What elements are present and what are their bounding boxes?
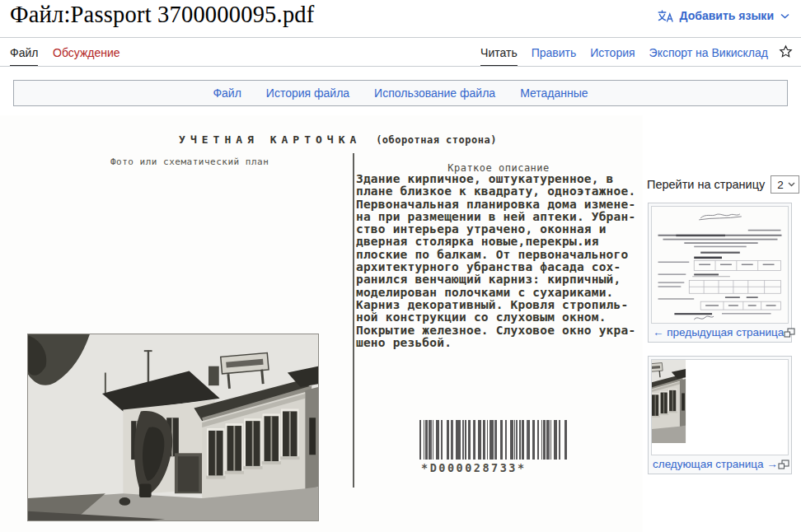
scan-description-line: дверная столярка новые,перекры.ия bbox=[356, 236, 641, 248]
file-toc-link[interactable]: Файл bbox=[213, 86, 241, 100]
prev-page-caption: ← предыдущая страница bbox=[651, 324, 789, 339]
scan-description-line: Здание кирпичное, оштукатуренное, в bbox=[356, 173, 641, 185]
scan-description: Здание кирпичное, оштукатуренное, вплане… bbox=[356, 173, 641, 349]
scan-description-line: плане близкое к квадрату, одноэтажное. bbox=[356, 185, 641, 198]
file-toc-link[interactable]: Использование файла bbox=[374, 86, 495, 100]
watch-star-button[interactable] bbox=[779, 44, 793, 58]
goto-page-row: Перейти на страницу 2 bbox=[647, 175, 799, 194]
scan-card-title: УЧЕТНАЯ КАРТОЧКА (оборотная сторона) bbox=[124, 133, 552, 146]
scan-description-line: ной конструкции со слуховым окном. bbox=[356, 311, 641, 324]
scan-description-line: Первоначальная планировка дома измене- bbox=[356, 198, 641, 211]
scan-photo-label: Фото или схематический план bbox=[110, 156, 269, 167]
prev-page-link[interactable]: ← предыдущая страница bbox=[653, 326, 784, 338]
scan-description-line: Карниз декоративный. Кровля стропиль- bbox=[356, 299, 641, 311]
file-page: Файл:Passport 3700000095.pdf Добавить яз… bbox=[0, 0, 801, 532]
scan-description-line: шено резьбой. bbox=[356, 337, 641, 349]
scan-card-title-suffix: (оборотная сторона) bbox=[376, 134, 497, 146]
building-photo bbox=[27, 334, 319, 521]
tab-edit[interactable]: Править bbox=[532, 44, 577, 67]
pdf-preview-image[interactable]: УЧЕТНАЯ КАРТОЧКА (оборотная сторона) Фот… bbox=[0, 115, 643, 532]
scan-description-line: ранился венчающий карниз: кирпичный, bbox=[356, 273, 641, 286]
chevron-down-icon bbox=[780, 13, 789, 19]
file-toc-link[interactable]: Метаданные bbox=[520, 86, 588, 100]
next-page-card: следующая страница → bbox=[648, 356, 792, 474]
prev-page-card: ← предыдущая страница bbox=[648, 203, 792, 343]
scan-column-divider bbox=[353, 153, 354, 488]
file-toc: ФайлИстория файлаИспользование файлаМета… bbox=[13, 80, 788, 106]
scan-description-line: на при размещении в ней аптеки. Убран- bbox=[356, 211, 641, 223]
add-languages-label: Добавить языки bbox=[680, 9, 774, 22]
popup-icon[interactable] bbox=[784, 328, 795, 338]
next-page-link[interactable]: следующая страница → bbox=[653, 458, 778, 470]
star-icon bbox=[779, 44, 793, 58]
scan-description-line: Покрытие железное. Слуховое окно укра- bbox=[356, 324, 641, 337]
tab-read[interactable]: Читать bbox=[480, 44, 518, 67]
page-select[interactable]: 2 bbox=[771, 175, 799, 194]
barcode bbox=[419, 420, 568, 460]
scan-description-line: моделирован полочками с сухариками. bbox=[356, 287, 641, 299]
popup-icon[interactable] bbox=[778, 460, 789, 469]
title-divider bbox=[0, 37, 801, 38]
barcode-label: *D000028733* bbox=[421, 461, 527, 474]
scan-description-line: архитектурного убранства фасада сох- bbox=[356, 261, 641, 273]
select-chevron-icon bbox=[788, 182, 795, 187]
page-views-tabs: Читать Править История Экспорт на Викиск… bbox=[480, 44, 768, 67]
tab-file[interactable]: Файл bbox=[10, 44, 38, 67]
add-languages-button[interactable]: Добавить языки bbox=[658, 9, 789, 22]
file-toc-link[interactable]: История файла bbox=[266, 86, 349, 100]
scan-card-title-main: УЧЕТНАЯ КАРТОЧКА bbox=[179, 133, 361, 146]
scan-description-line: плоские по балкам. От первоначального bbox=[356, 249, 641, 261]
scan-description-line: ство интерьера утрачено, оконная и bbox=[356, 223, 641, 236]
page-title: Файл:Passport 3700000095.pdf bbox=[10, 2, 315, 28]
prev-page-thumbnail[interactable] bbox=[651, 206, 789, 324]
page-select-value: 2 bbox=[777, 179, 784, 191]
next-page-caption: следующая страница → bbox=[651, 455, 789, 471]
tabs-divider bbox=[0, 66, 801, 67]
goto-page-label: Перейти на страницу bbox=[647, 178, 765, 191]
tab-talk[interactable]: Обсуждение bbox=[53, 44, 120, 61]
language-icon bbox=[658, 10, 673, 22]
tab-history[interactable]: История bbox=[590, 44, 635, 67]
tab-export-commons[interactable]: Экспорт на Викисклад bbox=[649, 44, 768, 67]
next-page-thumbnail[interactable] bbox=[651, 359, 789, 455]
